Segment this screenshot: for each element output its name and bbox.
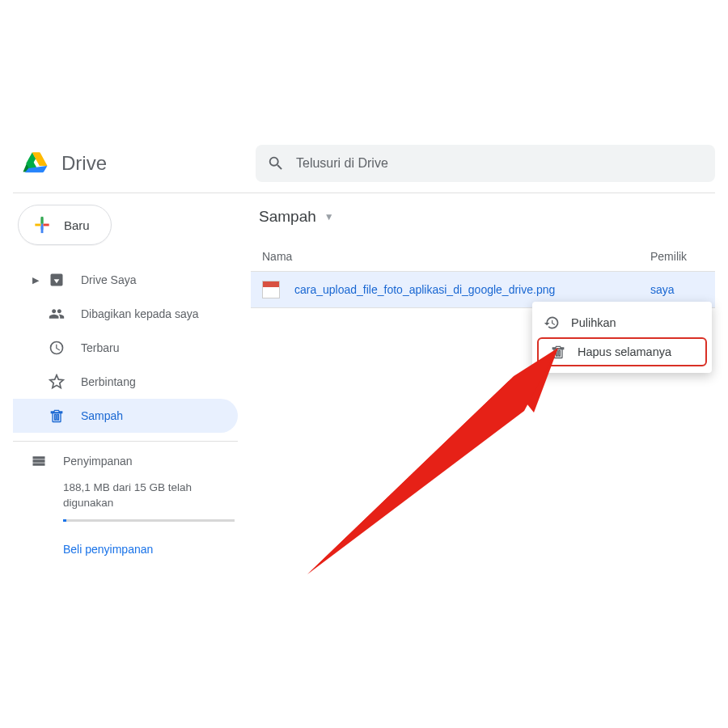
context-menu: Pulihkan Hapus selamanya xyxy=(532,302,712,373)
sidebar-item-label: Drive Saya xyxy=(81,273,136,286)
sidebar-item-recent[interactable]: Terbaru xyxy=(13,331,238,365)
column-header-name[interactable]: Nama xyxy=(262,250,650,263)
trash-icon xyxy=(49,408,65,424)
file-name: cara_upload_file_foto_aplikasi_di_google… xyxy=(294,283,650,296)
plus-icon xyxy=(32,214,53,235)
sidebar-item-label: Sampah xyxy=(81,409,123,422)
storage-section: Penyimpanan 188,1 MB dari 15 GB telah di… xyxy=(13,453,251,556)
context-menu-restore-label: Pulihkan xyxy=(571,316,616,329)
star-icon xyxy=(49,374,65,390)
search-input[interactable]: Telusuri di Drive xyxy=(296,156,388,171)
new-button-label: Baru xyxy=(64,218,90,232)
sidebar-item-starred[interactable]: Berbintang xyxy=(13,365,238,399)
app-title: Drive xyxy=(61,152,107,175)
delete-forever-icon xyxy=(550,344,566,360)
search-icon xyxy=(267,154,285,172)
restore-icon xyxy=(544,315,560,331)
context-menu-delete-forever[interactable]: Hapus selamanya xyxy=(537,337,707,366)
page-title: Sampah xyxy=(259,208,316,226)
sidebar: Baru ▶ Drive Saya Dibagikan kepada saya … xyxy=(13,193,251,556)
logo-area[interactable]: Drive xyxy=(13,151,256,176)
caret-right-icon: ▶ xyxy=(29,275,42,286)
storage-usage-text: 188,1 MB dari 15 GB telah digunakan xyxy=(63,480,235,511)
sidebar-item-label: Berbintang xyxy=(81,375,136,388)
search-bar[interactable]: Telusuri di Drive xyxy=(256,145,715,182)
table-header: Nama Pemilik xyxy=(251,242,715,272)
shared-icon xyxy=(49,306,65,322)
storage-bar xyxy=(63,519,235,522)
main-content: Sampah ▼ Nama Pemilik cara_upload_file_f… xyxy=(251,193,715,556)
storage-icon xyxy=(31,453,47,469)
sidebar-item-trash[interactable]: Sampah xyxy=(13,399,238,433)
file-thumbnail-icon xyxy=(262,281,280,298)
sidebar-divider xyxy=(13,441,238,442)
new-button[interactable]: Baru xyxy=(18,205,112,245)
my-drive-icon xyxy=(49,272,65,288)
app-header: Drive Telusuri di Drive xyxy=(0,138,728,189)
page-title-row[interactable]: Sampah ▼ xyxy=(251,208,715,226)
column-header-owner[interactable]: Pemilik xyxy=(650,250,715,263)
file-owner: saya xyxy=(650,283,715,296)
sidebar-item-label: Dibagikan kepada saya xyxy=(81,307,199,320)
context-menu-delete-forever-label: Hapus selamanya xyxy=(578,345,671,358)
clock-icon xyxy=(49,340,65,356)
storage-bar-fill xyxy=(63,519,66,522)
storage-row[interactable]: Penyimpanan xyxy=(29,453,251,469)
dropdown-caret-icon: ▼ xyxy=(324,211,334,222)
context-menu-restore[interactable]: Pulihkan xyxy=(532,308,712,337)
buy-storage-link[interactable]: Beli penyimpanan xyxy=(63,543,251,556)
sidebar-item-shared[interactable]: Dibagikan kepada saya xyxy=(13,297,238,331)
sidebar-item-label: Terbaru xyxy=(81,341,119,354)
sidebar-item-my-drive[interactable]: ▶ Drive Saya xyxy=(13,263,238,297)
storage-label: Penyimpanan xyxy=(63,455,133,468)
drive-logo-icon xyxy=(23,151,50,176)
